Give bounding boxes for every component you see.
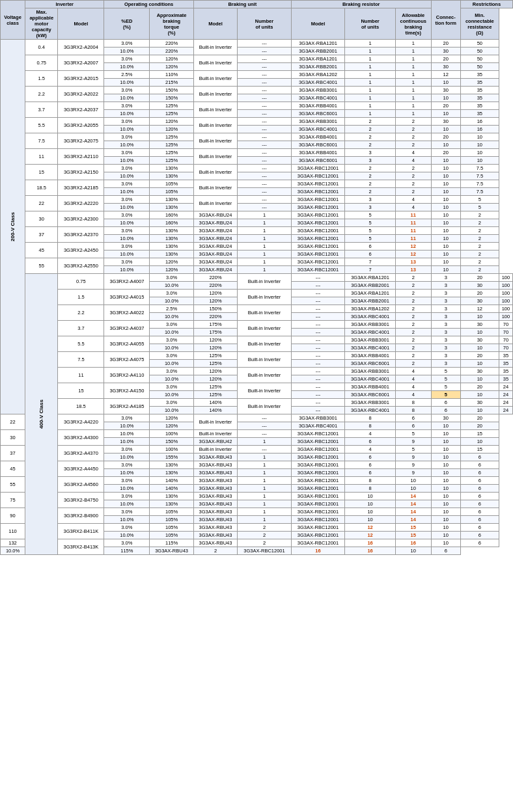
torque-cell: 125% <box>150 102 193 110</box>
br-units-cell: 4 <box>345 446 396 453</box>
inverter-model-cell: 3G3RX2-A4150 <box>104 383 150 399</box>
bu-units-cell: --- <box>291 360 345 368</box>
table-row: 1103G3RX2-B411K3.0%105%3G3AX-RBU4323G3AX… <box>1 524 513 532</box>
ed-cell: 10.0% <box>104 94 150 102</box>
min-resistance-cell: 100 <box>499 297 512 305</box>
torque-cell: 220% <box>193 274 237 282</box>
connection-form-cell: 1 <box>395 71 431 79</box>
allowable-time-cell: 10 <box>431 196 460 204</box>
header-restrictions: Restrictions <box>460 1 512 8</box>
connection-form-cell: 5 <box>395 430 431 438</box>
ed-cell: 3.0% <box>104 102 150 110</box>
bu-units-cell: --- <box>291 282 345 290</box>
allowable-time-cell: 20 <box>431 133 460 141</box>
bu-units-cell: --- <box>238 126 292 133</box>
inverter-model-cell: 3G3RX2-A2370 <box>58 227 104 243</box>
br-units-cell: 4 <box>395 375 431 383</box>
br-units-cell: 2 <box>345 133 396 141</box>
ed-cell: 3.0% <box>104 87 150 94</box>
min-resistance-cell: 6 <box>431 547 460 555</box>
br-units-cell: 12 <box>345 524 396 532</box>
allowable-time-cell: 10 <box>460 344 499 352</box>
br-units-cell: 8 <box>345 422 396 430</box>
connection-form-cell: 16 <box>395 539 431 547</box>
ed-cell: 10.0% <box>104 430 150 438</box>
br-model-cell: 3G3AX-RBC12001 <box>291 438 345 446</box>
ed-cell: 3.0% <box>150 399 193 407</box>
br-model-cell: 3G3AX-RBA1201 <box>291 40 345 47</box>
bu-model-cell: Built-in Inverter <box>193 414 237 430</box>
bu-units-cell: 1 <box>238 500 292 508</box>
connection-form-cell: 5 <box>431 391 460 399</box>
torque-cell: 105% <box>150 524 193 532</box>
bu-model-cell: 3G3AX-RBU43 <box>193 516 237 524</box>
min-resistance-cell: 24 <box>499 383 512 391</box>
min-resistance-cell: 10 <box>460 149 499 157</box>
header-inverter-group: Inverter <box>25 1 104 8</box>
torque-cell: 150% <box>150 94 193 102</box>
connection-form-cell: 3 <box>431 352 460 360</box>
min-resistance-cell: 6 <box>460 493 499 500</box>
min-resistance-cell: 5 <box>460 204 499 211</box>
bu-units-cell: --- <box>238 47 292 55</box>
connection-form-cell: 2 <box>395 188 431 196</box>
bu-units-cell: 2 <box>238 539 292 547</box>
header-allowable: Allowablecontinuousbrakingtime(s) <box>395 8 431 40</box>
connection-form-cell: 1 <box>395 40 431 47</box>
connection-form-cell: 12 <box>395 243 431 250</box>
bu-units-cell: --- <box>238 422 292 430</box>
min-resistance-cell: 2 <box>460 258 499 266</box>
torque-cell: 120% <box>150 414 193 422</box>
connection-form-cell: 1 <box>395 63 431 71</box>
torque-cell: 125% <box>150 110 193 118</box>
motor-capacity-cell: 11 <box>25 149 58 165</box>
allowable-time-cell: 20 <box>431 149 460 157</box>
bu-model-cell: 3G3AX-RBU43 <box>193 508 237 516</box>
bu-units-cell: 1 <box>238 493 292 500</box>
motor-capacity-cell: 7.5 <box>58 352 104 368</box>
br-model-cell: 3G3AX-RBC12001 <box>291 243 345 250</box>
ed-cell: 10.0% <box>104 516 150 524</box>
torque-cell: 120% <box>193 297 237 305</box>
table-row: 223G3RX2-A22203.0%130%Built-in Inverter-… <box>1 196 513 204</box>
br-model-cell: 3G3AX-RBC12001 <box>291 235 345 243</box>
connection-form-cell: 3 <box>431 329 460 336</box>
bu-units-cell: --- <box>291 297 345 305</box>
motor-capacity-cell: 30 <box>1 430 25 446</box>
bu-units-cell: --- <box>238 180 292 188</box>
br-units-cell: 6 <box>345 461 396 469</box>
br-model-cell: 3G3AX-RBC12001 <box>291 258 345 266</box>
bu-units-cell: --- <box>238 40 292 47</box>
motor-capacity-cell: 3.7 <box>25 102 58 118</box>
torque-cell: 120% <box>150 55 193 63</box>
allowable-time-cell: 10 <box>431 235 460 243</box>
allowable-time-cell: 20 <box>460 383 499 391</box>
connection-form-cell: 1 <box>395 55 431 63</box>
br-units-cell: 7 <box>345 266 396 274</box>
torque-cell: 120% <box>150 118 193 126</box>
br-units-cell: 3 <box>345 149 396 157</box>
bu-units-cell: --- <box>238 430 292 438</box>
torque-cell: 125% <box>193 360 237 368</box>
br-units-cell: 4 <box>395 391 431 399</box>
br-units-cell: 1 <box>345 110 396 118</box>
header-br-model: Model <box>291 8 345 40</box>
table-row: 1.53G3RX2-A20152.5%110%Built-in Inverter… <box>1 71 513 79</box>
bu-units-cell: 1 <box>238 219 292 227</box>
allowable-time-cell: 10 <box>431 477 460 485</box>
br-model-cell: 3G3AX-RBC4001 <box>345 407 396 414</box>
connection-form-cell: 15 <box>395 532 431 539</box>
bu-model-cell: Built-in Inverter <box>238 352 292 368</box>
allowable-time-cell: 10 <box>431 79 460 87</box>
br-units-cell: 6 <box>345 453 396 461</box>
br-units-cell: 2 <box>395 313 431 321</box>
table-row: 113G3RX2-A41103.0%120%Built-in Inverter-… <box>1 368 513 375</box>
allowable-time-cell: 30 <box>460 368 499 375</box>
bu-model-cell: 3G3AX-RBU43 <box>193 461 237 469</box>
motor-capacity-cell: 15 <box>25 165 58 180</box>
allowable-time-cell: 30 <box>460 297 499 305</box>
torque-cell: 130% <box>150 469 193 477</box>
torque-cell: 125% <box>150 157 193 165</box>
allowable-time-cell: 30 <box>460 282 499 290</box>
br-model-cell: 3G3AX-RBA1202 <box>345 305 396 313</box>
